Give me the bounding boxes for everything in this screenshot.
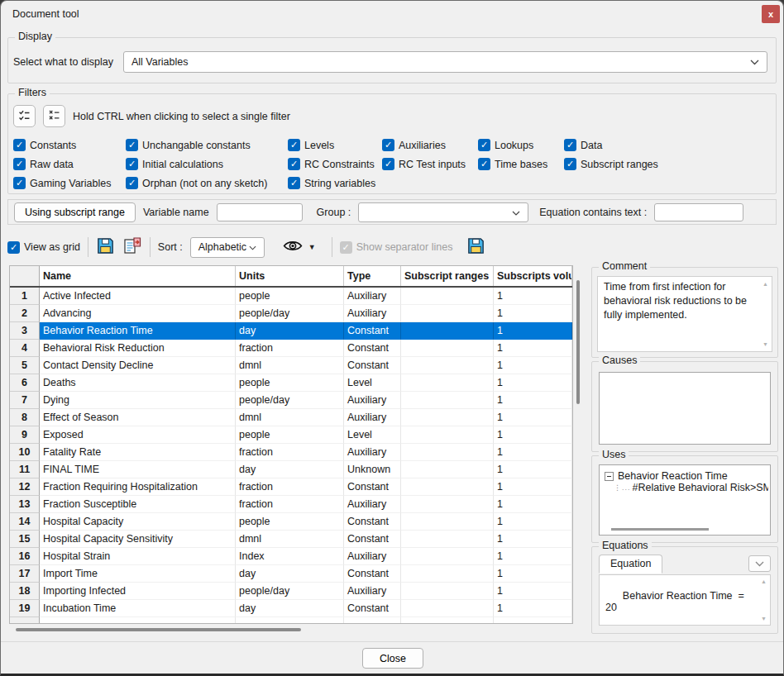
table-cell: 1 <box>494 461 572 478</box>
table-row[interactable]: 10Fatality RatefractionAuxiliary1 <box>10 444 572 461</box>
table-row[interactable]: 4Behavioral Risk ReductionfractionConsta… <box>10 340 572 357</box>
filter-checkbox-label: RC Test inputs <box>399 159 466 170</box>
title-bar[interactable]: Document tool <box>1 1 783 27</box>
filter-checkbox[interactable]: ✓Initial calculations <box>126 158 288 170</box>
table-row[interactable]: 9ExposedpeopleLevel1 <box>10 426 572 444</box>
comment-textarea[interactable]: Time from first infection for behavioral… <box>597 276 772 352</box>
chevron-down-icon <box>249 241 256 253</box>
table-horizontal-scrollbar[interactable] <box>11 627 571 632</box>
display-select[interactable]: All Variables <box>123 51 767 73</box>
filter-checkbox-label: String variables <box>304 178 375 189</box>
column-header-subscript-ranges[interactable]: Subscript ranges <box>401 266 494 286</box>
checkbox-checked-icon: ✓ <box>478 158 490 170</box>
column-header-subscripts-volu[interactable]: Subscripts volu <box>494 266 572 286</box>
equation-dropdown-button[interactable] <box>748 555 771 572</box>
uses-tree-root[interactable]: Behavior Reaction Time <box>605 470 768 482</box>
equation-contains-input[interactable] <box>654 203 743 221</box>
row-number: 12 <box>10 478 40 496</box>
table-row[interactable]: 8Effect of SeasondmnlAuxiliary1 <box>10 409 572 426</box>
visibility-menu-button[interactable]: ▼ <box>279 237 319 257</box>
table-cell: people/day <box>236 392 344 409</box>
uses-tree[interactable]: Behavior Reaction Time ⋮... #Relative Be… <box>599 464 771 536</box>
row-number: 11 <box>10 461 40 478</box>
column-header-name[interactable]: Name <box>40 266 236 286</box>
filter-checkbox[interactable]: ✓Levels <box>288 139 382 151</box>
filter-checkbox[interactable]: ✓Raw data <box>13 158 126 170</box>
vertical-scrollbar-thumb[interactable] <box>576 280 580 404</box>
table-row[interactable]: 7Dyingpeople/dayAuxiliary1 <box>10 392 572 409</box>
select-all-filters-button[interactable] <box>13 105 36 127</box>
table-row[interactable]: 19Incubation TimedayConstant1 <box>10 600 572 617</box>
scroll-down-icon[interactable]: ▼ <box>761 616 767 621</box>
causes-list[interactable] <box>599 372 771 445</box>
equation-tab[interactable]: Equation <box>599 555 662 574</box>
checkbox-checked-icon: ✓ <box>564 158 576 170</box>
toolbar-separator <box>332 237 332 257</box>
table-cell: fraction <box>236 340 344 357</box>
table-cell: 1 <box>494 444 572 461</box>
equation-textarea[interactable]: Behavior Reaction Time = 20 ▲ ▼ <box>599 574 771 626</box>
scroll-up-icon[interactable]: ▲ <box>761 578 767 584</box>
table-cell: 1 <box>494 548 572 565</box>
column-header-units[interactable]: Units <box>236 266 344 286</box>
table-row[interactable]: 2Advancingpeople/dayAuxiliary1 <box>10 305 572 322</box>
table-cell: 1 <box>494 305 572 322</box>
filter-checkbox[interactable]: ✓Subscript ranges <box>564 158 776 170</box>
collapse-icon[interactable] <box>605 472 614 481</box>
table-cell: Hospital Strain <box>40 548 236 565</box>
filter-checkbox[interactable]: ✓Gaming Variables <box>13 177 126 189</box>
close-icon[interactable]: x <box>762 5 780 23</box>
filter-checkbox[interactable]: ✓RC Test inputs <box>382 158 478 170</box>
table-row[interactable]: 1Active InfectedpeopleAuxiliary1 <box>10 288 572 305</box>
row-number: 1 <box>10 288 40 305</box>
table-row[interactable]: 18Importing Infectedpeople/dayAuxiliary1 <box>10 583 572 600</box>
horizontal-scrollbar-thumb[interactable] <box>16 628 301 631</box>
table-cell <box>401 496 494 513</box>
filter-checkbox[interactable]: ✓Lookups <box>478 139 564 151</box>
save-grid-button[interactable] <box>466 236 485 258</box>
scroll-up-icon[interactable]: ▲ <box>762 280 768 288</box>
using-subscript-range-button[interactable]: Using subscript range <box>14 202 136 222</box>
close-button[interactable]: Close <box>362 648 423 669</box>
row-number: 8 <box>10 409 40 426</box>
table-cell: 1 <box>494 322 572 340</box>
filter-checkbox[interactable]: ✓Constants <box>13 139 126 151</box>
scroll-down-icon[interactable]: ▼ <box>762 340 768 348</box>
table-row[interactable]: 5Contact Density DeclinedmnlConstant1 <box>10 357 572 374</box>
table-vertical-scrollbar[interactable] <box>576 269 581 622</box>
checkbox-checked-icon: ✓ <box>288 158 300 170</box>
filter-checkbox[interactable]: ✓Orphan (not on any sketch) <box>126 177 288 189</box>
filter-checkbox[interactable]: ✓Data <box>564 139 776 151</box>
clear-all-filters-button[interactable] <box>43 105 65 127</box>
table-row[interactable]: 3Behavior Reaction TimedayConstant1 <box>10 322 572 340</box>
row-number: 9 <box>10 426 40 444</box>
table-row[interactable]: 6DeathspeopleLevel1 <box>10 374 572 392</box>
table-cell: Constant <box>344 600 401 617</box>
table-row[interactable]: 16Hospital StrainIndexAuxiliary1 <box>10 548 572 565</box>
save-button[interactable] <box>96 236 115 258</box>
uses-tree-child[interactable]: ⋮... #Relative Behavioral Risk>SM <box>614 482 768 493</box>
filter-checkbox[interactable]: ✓Auxiliaries <box>382 139 478 151</box>
comment-group: Comment Time from first infection for be… <box>591 267 778 358</box>
filter-checkbox[interactable]: ✓String variables <box>288 177 382 189</box>
table-row[interactable]: 13Fraction SusceptiblefractionAuxiliary1 <box>10 496 572 513</box>
causes-group-label: Causes <box>599 355 640 366</box>
filter-checkbox[interactable]: ✓RC Constraints <box>288 158 382 170</box>
table-row[interactable]: 15Hospital Capacity SensitivitydmnlConst… <box>10 531 572 548</box>
group-select[interactable] <box>358 202 528 222</box>
table-row[interactable]: 17Import TimedayConstant1 <box>10 565 572 583</box>
column-header-type[interactable]: Type <box>344 266 401 286</box>
table-row[interactable]: 14Hospital CapacitypeopleConstant1 <box>10 513 572 531</box>
sort-select[interactable]: Alphabetic <box>190 237 265 258</box>
table-cell: Constant <box>344 513 401 531</box>
table-cell: Constant <box>344 322 401 340</box>
variable-name-input[interactable] <box>217 203 303 221</box>
table-cell: Auxiliary <box>344 496 401 513</box>
filter-checkbox[interactable]: ✓Time bases <box>478 158 564 170</box>
filter-checkbox[interactable]: ✓Unchangable constants <box>126 139 288 151</box>
uses-scrollbar-thumb[interactable] <box>611 528 709 531</box>
table-row[interactable]: 12Fraction Requiring Hospitalizationfrac… <box>10 478 572 496</box>
table-row[interactable]: 11FINAL TIMEdayUnknown1 <box>10 461 572 478</box>
view-as-grid-checkbox[interactable]: ✓ View as grid <box>7 241 80 254</box>
export-document-button[interactable] <box>122 236 142 259</box>
